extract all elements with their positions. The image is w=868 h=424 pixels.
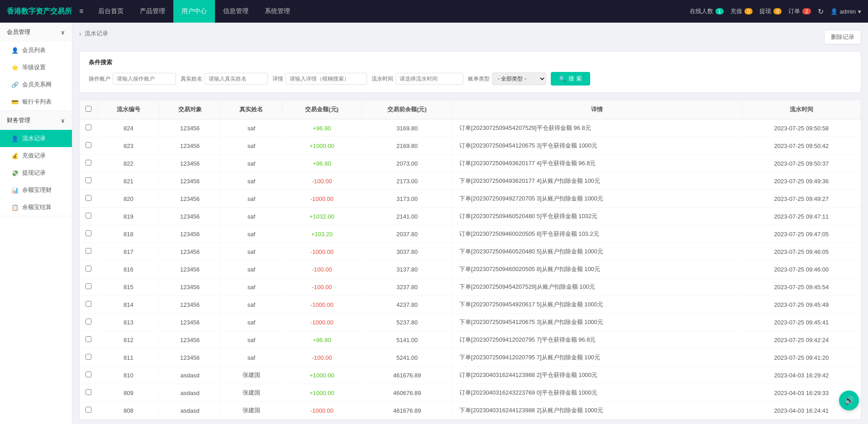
row-account: 123456 <box>159 137 221 155</box>
row-name: saf <box>221 155 282 172</box>
row-time: 2023-07-25 09:45:41 <box>742 314 861 331</box>
row-checkbox[interactable] <box>86 372 91 377</box>
records-table-container: 流水编号 交易对象 真实姓名 交易金额(元) 交易前余额(元) 详情 流水时间 … <box>79 100 861 420</box>
row-time: 2023-07-25 09:50:37 <box>742 155 861 172</box>
row-checkbox-cell <box>80 243 98 261</box>
sidebar-item-flow-records[interactable]: 👤 流水记录 <box>0 130 72 147</box>
yuebao-icon: 📊 <box>11 187 19 194</box>
menu-toggle-icon[interactable]: ≡ <box>79 7 83 15</box>
row-time: 2023-04-03 16:29:42 <box>742 367 861 384</box>
delete-records-button[interactable]: 删除记录 <box>824 30 861 44</box>
user-menu[interactable]: 👤 admin ▾ <box>830 8 861 15</box>
sidebar-group-header-finance[interactable]: 财务管理 ∨ <box>0 111 72 130</box>
row-account: asdasd <box>159 402 221 419</box>
row-checkbox[interactable] <box>86 407 91 413</box>
row-checkbox[interactable] <box>86 354 91 360</box>
float-action-button[interactable]: 🔊 <box>839 391 859 410</box>
row-detail: 下单[2023072509492720705 3]从账户扣除金额 1000元 <box>453 190 742 208</box>
realname-input[interactable] <box>205 73 268 85</box>
table-row: 818 123456 saf +103.20 2037.80 订单[202307… <box>80 225 861 243</box>
row-checkbox[interactable] <box>86 124 91 130</box>
table-row: 811 123456 saf -100.00 5241.00 下单[202307… <box>80 349 861 367</box>
account-input[interactable] <box>113 73 176 85</box>
sidebar-item-withdraw-records[interactable]: 💸 提现记录 <box>0 164 72 181</box>
order-badge[interactable]: 订单 2 <box>788 7 811 15</box>
sidebar-item-yuebao[interactable]: 📊 余额宝理财 <box>0 181 72 199</box>
sidebar-group-header-members[interactable]: 会员管理 ∨ <box>0 23 72 42</box>
row-id: 809 <box>98 384 159 402</box>
row-checkbox[interactable] <box>86 142 91 148</box>
row-name: saf <box>221 137 282 155</box>
sidebar-item-member-network[interactable]: 🔗 会员关系网 <box>0 76 72 93</box>
row-amount: -1000.00 <box>282 314 362 331</box>
row-balance: 3169.80 <box>362 119 452 137</box>
row-checkbox[interactable] <box>86 230 91 236</box>
table-row: 823 123456 saf +1000.00 2169.80 订单[20230… <box>80 137 861 155</box>
row-id: 821 <box>98 172 159 190</box>
flow-icon: 👤 <box>11 135 19 142</box>
sidebar-item-bank-cards[interactable]: 💳 银行卡列表 <box>0 93 72 110</box>
row-name: 张建国 <box>221 367 282 384</box>
col-detail: 详情 <box>453 100 742 119</box>
row-checkbox[interactable] <box>86 195 91 201</box>
row-detail: 下单[2023072509454120675 3]从账户扣除金额 1000元 <box>453 314 742 331</box>
nav-item-dashboard[interactable]: 后台首页 <box>90 0 132 23</box>
row-amount: +103.20 <box>282 225 362 243</box>
row-name: saf <box>221 190 282 208</box>
row-balance: 460676.89 <box>362 384 452 402</box>
row-checkbox[interactable] <box>86 319 91 324</box>
row-account: 123456 <box>159 314 221 331</box>
nav-item-products[interactable]: 产品管理 <box>132 0 173 23</box>
col-name: 真实姓名 <box>221 100 282 119</box>
table-row: 819 123456 saf +1032.00 2141.00 订单[20230… <box>80 208 861 225</box>
row-checkbox[interactable] <box>86 177 91 183</box>
row-checkbox[interactable] <box>86 160 91 166</box>
recharge-badge[interactable]: 充值 0 <box>730 7 753 15</box>
search-field-name: 真实姓名 <box>181 73 268 85</box>
row-detail: 订单[2023040316243223769 0]平仓获得金额 1000元 <box>453 384 742 402</box>
nav-item-info[interactable]: 信息管理 <box>215 0 257 23</box>
row-balance: 3173.00 <box>362 190 452 208</box>
row-checkbox[interactable] <box>86 213 91 219</box>
row-checkbox[interactable] <box>86 301 91 307</box>
search-button[interactable]: 🔍 搜 索 <box>551 72 590 86</box>
row-balance: 3137.80 <box>362 261 452 278</box>
row-detail: 订单[2023040316244123988 2]平仓获得金额 1000元 <box>453 367 742 384</box>
row-checkbox-cell <box>80 190 98 208</box>
row-balance: 2037.80 <box>362 225 452 243</box>
row-checkbox[interactable] <box>86 248 91 254</box>
withdraw-badge[interactable]: 提现 0 <box>759 7 782 15</box>
time-input[interactable] <box>396 73 463 85</box>
row-detail: 订单[2023072509460520480 5]平仓获得金额 1032元 <box>453 208 742 225</box>
row-id: 818 <box>98 225 159 243</box>
nav-item-system[interactable]: 系统管理 <box>257 0 298 23</box>
detail-input[interactable] <box>286 73 367 85</box>
sidebar-group-finance: 财务管理 ∨ 👤 流水记录 💰 充值记录 💸 提现记录 📊 余额宝理财 📋 <box>0 111 72 216</box>
row-detail: 订单[2023072509460020505 8]平仓获得金额 103.2元 <box>453 225 742 243</box>
sidebar-item-recharge-records[interactable]: 💰 充值记录 <box>0 147 72 164</box>
type-select[interactable]: - 全部类型 - <box>492 72 546 85</box>
sidebar-item-level-settings[interactable]: ⭐ 等级设置 <box>0 59 72 76</box>
row-id: 814 <box>98 296 159 314</box>
row-checkbox-cell <box>80 296 98 314</box>
row-checkbox[interactable] <box>86 283 91 289</box>
refresh-icon[interactable]: ↻ <box>818 7 824 16</box>
row-id: 816 <box>98 261 159 278</box>
col-id: 流水编号 <box>98 100 159 119</box>
nav-item-users[interactable]: 用户中心 <box>173 0 215 23</box>
row-checkbox[interactable] <box>86 336 91 342</box>
row-checkbox[interactable] <box>86 389 91 395</box>
nav-items: 后台首页 产品管理 用户中心 信息管理 系统管理 <box>90 0 690 23</box>
search-field-account: 操作账户 <box>89 73 176 85</box>
row-balance: 461676.89 <box>362 367 452 384</box>
row-name: saf <box>221 349 282 367</box>
sidebar-item-yuebao-settle[interactable]: 📋 余额宝结算 <box>0 199 72 216</box>
row-detail: 下单[2023072509493620177 4]从账户扣除金额 100元 <box>453 172 742 190</box>
select-all-checkbox[interactable] <box>86 106 91 112</box>
records-table: 流水编号 交易对象 真实姓名 交易金额(元) 交易前余额(元) 详情 流水时间 … <box>80 100 861 419</box>
row-detail: 下单[2023040316244123988 2]从账户扣除金额 1000元 <box>453 402 742 419</box>
row-checkbox[interactable] <box>86 266 91 272</box>
page-header: › 流水记录 删除记录 <box>79 29 861 44</box>
sidebar-item-member-list[interactable]: 👤 会员列表 <box>0 42 72 59</box>
user-icon: 👤 <box>830 8 838 15</box>
